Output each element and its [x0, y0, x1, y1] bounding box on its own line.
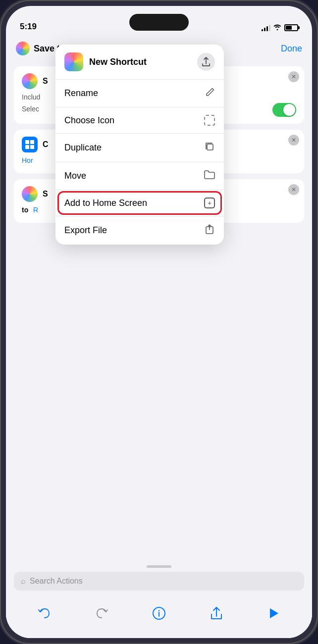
status-icons [262, 23, 298, 32]
folder-icon [204, 170, 215, 182]
export-file-icon [204, 224, 215, 237]
status-time: 5:19 [20, 22, 37, 32]
dropdown-item-rename[interactable]: Rename [55, 80, 224, 107]
dropdown-item-move[interactable]: Move [55, 162, 224, 190]
phone-screen: 5:19 [6, 6, 312, 638]
dropdown-header-left: New Shortcut [64, 52, 147, 71]
dashed-square-shape [204, 115, 215, 126]
battery-icon [284, 24, 298, 31]
dropdown-item-export[interactable]: Export File [55, 216, 224, 245]
signal-bar-3 [266, 26, 268, 31]
add-home-shape: + [204, 198, 215, 208]
duplicate-label: Duplicate [64, 143, 102, 153]
choose-icon-label: Choose Icon [64, 115, 114, 126]
duplicate-icon [204, 141, 215, 154]
add-home-label: Add to Home Screen [64, 198, 147, 208]
dropdown-overlay: New Shortcut Rename [6, 36, 312, 638]
signal-bar-2 [264, 28, 265, 31]
dropdown-title: New Shortcut [89, 57, 147, 67]
wifi-icon [273, 23, 281, 32]
dropdown-share-button[interactable] [197, 53, 215, 71]
dropdown-item-choose-icon[interactable]: Choose Icon [55, 107, 224, 134]
dashed-square-icon [204, 115, 215, 126]
dynamic-island [129, 14, 189, 31]
dropdown-app-icon [64, 52, 83, 71]
move-label: Move [64, 171, 86, 181]
signal-bar-4 [269, 25, 270, 31]
export-label: Export File [64, 225, 107, 236]
add-home-icon: + [204, 198, 215, 208]
pencil-icon [205, 87, 215, 99]
svg-rect-0 [207, 144, 213, 150]
battery-fill [286, 26, 292, 30]
dropdown-menu: New Shortcut Rename [55, 45, 224, 245]
dropdown-header: New Shortcut [55, 45, 224, 80]
dropdown-item-duplicate[interactable]: Duplicate [55, 134, 224, 162]
dropdown-item-add-home[interactable]: Add to Home Screen + [55, 190, 224, 216]
signal-bars-icon [262, 24, 270, 31]
signal-bar-1 [262, 29, 263, 31]
rename-label: Rename [64, 88, 98, 99]
phone-frame: 5:19 [0, 0, 318, 644]
main-content: Save to Photo Album ⌄ Done S Includ Sele… [6, 36, 312, 638]
